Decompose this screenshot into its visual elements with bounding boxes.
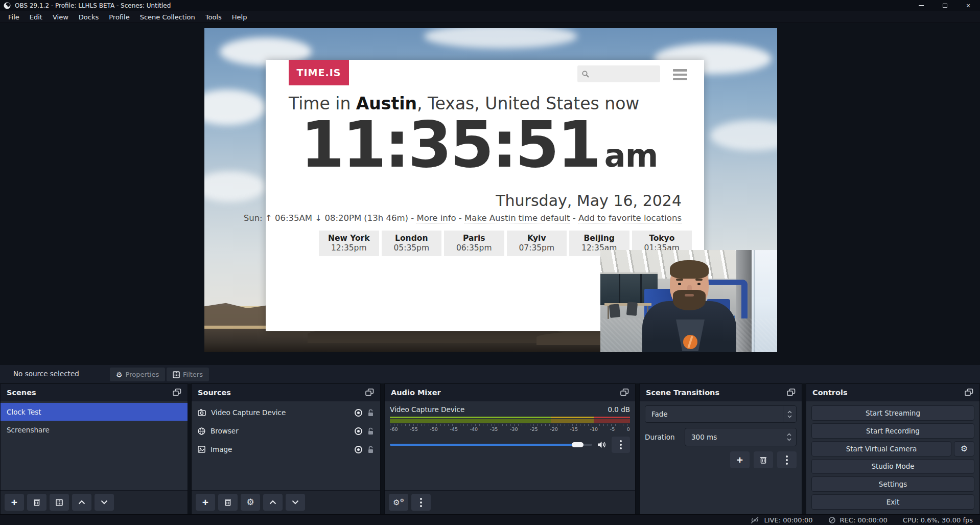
globe-icon: [198, 427, 205, 435]
city-london[interactable]: London05:35pm: [382, 231, 442, 256]
trash-icon: [760, 456, 767, 464]
mixer-header: Audio Mixer: [385, 384, 635, 401]
menubar: File Edit View Docks Profile Scene Colle…: [0, 11, 980, 23]
city-paris[interactable]: Paris06:35pm: [444, 231, 504, 256]
image-icon: [198, 446, 205, 453]
scene-item-clock-test[interactable]: Clock Test: [1, 403, 188, 421]
remove-scene-button[interactable]: [27, 494, 46, 511]
date-text: Thursday, May 16, 2024: [496, 192, 682, 210]
camera-icon: [198, 409, 206, 416]
remove-source-button[interactable]: [218, 494, 238, 511]
combo-arrows[interactable]: [783, 406, 796, 422]
source-row-video-capture[interactable]: Video Capture Device: [192, 403, 380, 422]
studio-mode-button[interactable]: Studio Mode: [811, 459, 974, 474]
add-transition-button[interactable]: +: [730, 451, 750, 468]
mixer-db-value: 0.0 dB: [608, 405, 630, 414]
virtual-camera-settings-button[interactable]: ⚙: [954, 441, 974, 456]
menu-tools[interactable]: Tools: [200, 12, 227, 22]
lock-icon[interactable]: [367, 409, 374, 417]
filter-icon: [56, 499, 63, 506]
popout-icon[interactable]: [787, 389, 796, 396]
move-scene-up-button[interactable]: [72, 494, 91, 511]
lock-icon[interactable]: [367, 427, 374, 435]
stream-inactive-icon: [750, 516, 760, 524]
sources-toolbar: + ⚙: [192, 490, 380, 514]
menu-scene-collection[interactable]: Scene Collection: [135, 12, 200, 22]
city-newyork[interactable]: New York12:35pm: [319, 231, 379, 256]
properties-button[interactable]: ⚙ Properties: [110, 368, 165, 381]
popout-icon[interactable]: [965, 389, 973, 396]
exit-button[interactable]: Exit: [811, 494, 974, 510]
hamburger-menu-icon[interactable]: [673, 69, 687, 80]
make-default-link[interactable]: Make Austin time default: [464, 213, 570, 223]
timeis-logo[interactable]: TIME.IS: [289, 60, 349, 85]
popout-icon[interactable]: [173, 389, 181, 396]
live-timer: LIVE: 00:00:00: [764, 516, 812, 524]
mixer-menu-button[interactable]: [411, 494, 431, 511]
volume-slider[interactable]: [390, 442, 592, 447]
person-brow: [676, 279, 683, 281]
more-info-link[interactable]: More info: [416, 213, 456, 223]
add-favorite-link[interactable]: Add to favorite locations: [578, 213, 682, 223]
statusbar: LIVE: 00:00:00 REC: 00:00:00 CPU: 0.6%, …: [0, 514, 980, 525]
chevron-down-icon: [101, 500, 108, 505]
office-chair: [626, 302, 638, 316]
transition-properties-button[interactable]: [777, 451, 797, 468]
preview-canvas[interactable]: TIME.IS Time in Austin, Texas, United St…: [204, 28, 777, 352]
person-eye: [678, 283, 681, 285]
menu-help[interactable]: Help: [227, 12, 252, 22]
timeis-search-box[interactable]: [577, 65, 660, 82]
mixer-channel-menu-button[interactable]: [612, 437, 630, 453]
selection-status-text: No source selected: [13, 370, 79, 378]
popout-icon[interactable]: [620, 389, 629, 396]
start-recording-button[interactable]: Start Recording: [811, 423, 974, 439]
volume-slider-handle[interactable]: [572, 442, 584, 447]
scene-filters-button[interactable]: [50, 494, 69, 511]
move-source-down-button[interactable]: [286, 494, 305, 511]
move-source-up-button[interactable]: [263, 494, 283, 511]
start-virtual-camera-button[interactable]: Start Virtual Camera: [811, 441, 951, 456]
menu-edit[interactable]: Edit: [25, 12, 48, 22]
filters-button[interactable]: Filters: [167, 368, 209, 381]
record-inactive-icon: [828, 516, 836, 524]
visibility-eye-icon[interactable]: [355, 427, 362, 435]
remove-transition-button[interactable]: [754, 451, 773, 468]
mixer-channel-label: Video Capture Device: [390, 405, 464, 414]
close-button[interactable]: ✕: [956, 0, 980, 11]
source-row-image[interactable]: Image: [192, 440, 380, 459]
city-kyiv[interactable]: Kyiv07:35pm: [507, 231, 567, 256]
start-streaming-button[interactable]: Start Streaming: [811, 405, 974, 421]
menu-profile[interactable]: Profile: [104, 12, 134, 22]
visibility-eye-icon[interactable]: [355, 446, 362, 453]
sources-header: Sources: [192, 384, 380, 401]
scene-item-screenshare[interactable]: Screenshare: [1, 421, 188, 439]
transition-select[interactable]: Fade: [645, 405, 797, 423]
titlebar: OBS 29.1.2 - Profile: LLHLS BETA - Scene…: [0, 0, 980, 11]
minimize-button[interactable]: [909, 0, 933, 11]
menu-docks[interactable]: Docks: [74, 12, 104, 22]
menu-view[interactable]: View: [48, 12, 74, 22]
add-source-button[interactable]: +: [196, 494, 215, 511]
transition-selected-value: Fade: [645, 410, 668, 418]
mixer-title: Audio Mixer: [391, 389, 441, 397]
spinbox-arrows[interactable]: [784, 433, 796, 441]
add-scene-button[interactable]: +: [5, 494, 24, 511]
source-row-browser[interactable]: Browser: [192, 422, 380, 440]
search-input[interactable]: [590, 70, 651, 78]
speaker-icon[interactable]: [597, 441, 606, 449]
shirt-logo: [683, 335, 697, 349]
maximize-button[interactable]: [933, 0, 956, 11]
obs-logo-icon: [4, 2, 11, 9]
settings-button[interactable]: Settings: [811, 476, 974, 492]
search-icon: [581, 70, 590, 78]
duration-spinbox[interactable]: 300 ms: [685, 428, 797, 446]
menu-file[interactable]: File: [3, 12, 25, 22]
lock-icon[interactable]: [367, 446, 374, 453]
move-scene-down-button[interactable]: [95, 494, 114, 511]
webcam-overlay: [600, 250, 777, 352]
visibility-eye-icon[interactable]: [355, 409, 362, 417]
popout-icon[interactable]: [365, 389, 374, 396]
gear-icon: ⚙: [961, 444, 968, 453]
advanced-audio-properties-button[interactable]: ⚙⚙: [389, 494, 408, 511]
source-properties-button[interactable]: ⚙: [241, 494, 260, 511]
